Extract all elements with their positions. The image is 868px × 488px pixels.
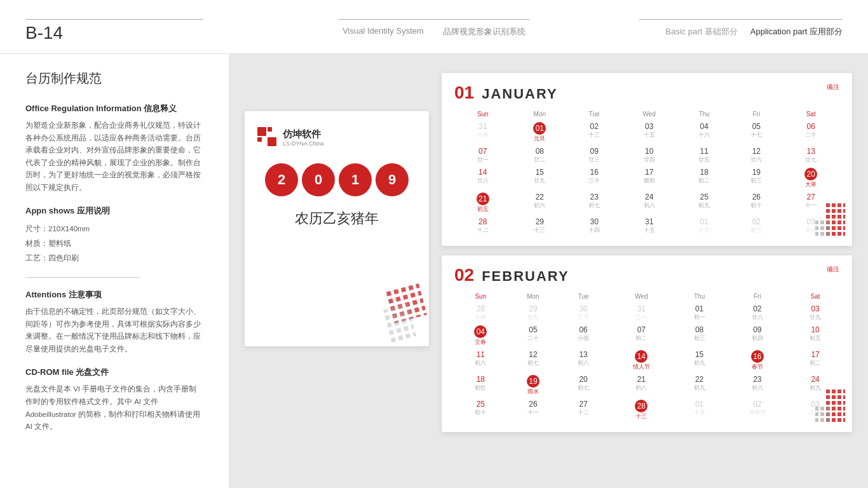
day-lunar: 十三 xyxy=(609,412,674,421)
vis-label: Visual Identity System xyxy=(342,26,424,37)
spec-size: 尺寸：210X140mm xyxy=(25,222,203,236)
col-thu: Thu xyxy=(675,290,724,302)
cover-subtitle: 农历乙亥猪年 xyxy=(257,209,416,228)
table-row: 18初二 xyxy=(678,166,730,191)
spec-craft: 工艺：四色印刷 xyxy=(25,251,203,266)
day-number: 16 xyxy=(751,350,764,363)
col-wed: Wed xyxy=(607,290,675,302)
day-number: 07 xyxy=(609,325,674,334)
day-number: 11 xyxy=(456,350,506,359)
day-number: 26 xyxy=(508,400,559,409)
table-row: 14情人节 xyxy=(607,348,675,373)
day-lunar: 初红 xyxy=(456,384,506,392)
logo-cn: 仿坤软件 xyxy=(283,128,324,140)
day-number: 07 xyxy=(456,147,510,156)
day-number: 22 xyxy=(677,375,722,384)
svg-rect-9 xyxy=(815,219,831,238)
day-number: 15 xyxy=(677,350,722,359)
svg-rect-0 xyxy=(257,127,266,136)
brand-label: 品牌视觉形象识别系统 xyxy=(443,26,526,37)
table-row: 02初三 xyxy=(730,215,782,236)
section3-heading: Attentions 注意事项 xyxy=(25,289,203,301)
jan-corner-decoration xyxy=(803,203,847,241)
table-row: 03十五 xyxy=(620,120,678,145)
day-lunar: 腊初 xyxy=(621,177,677,185)
day-number: 04 xyxy=(679,122,729,131)
col-fri: Fri xyxy=(723,290,791,302)
day-number: 05 xyxy=(731,122,781,131)
day-lunar: 廿七 xyxy=(783,156,838,164)
table-row: 09廿三 xyxy=(568,145,620,166)
table-row: 14廿八 xyxy=(454,166,512,191)
day-number: 01 xyxy=(533,122,546,135)
day-lunar: 初五 xyxy=(456,205,510,214)
day-lunar: 廿四 xyxy=(621,156,677,164)
table-row: 24初八 xyxy=(620,191,678,215)
day-lunar: 十三 xyxy=(569,131,619,139)
day-lunar: 小卅 xyxy=(456,313,506,322)
day-lunar: 十五 xyxy=(621,226,677,234)
day-number: 01 xyxy=(677,304,722,313)
table-row: 19初三 xyxy=(730,166,782,191)
col-sat: Sat xyxy=(782,108,839,120)
day-lunar: 初二 xyxy=(679,177,729,185)
day-number: 31 xyxy=(609,304,674,313)
table-row: 01十六 xyxy=(678,215,730,236)
table-row: 04立春 xyxy=(454,323,507,348)
day-lunar: 小卅 xyxy=(456,131,510,139)
page-title: 台历制作规范 xyxy=(25,70,203,87)
application-part-label: Application part 应用部分 xyxy=(750,26,843,37)
logo-text: 仿坤软件 LS-DYNA China xyxy=(283,128,324,147)
header-right-nav: Basic part 基础部分 Application part 应用部分 xyxy=(665,0,843,54)
table-row: 28十三 xyxy=(607,398,675,423)
day-number: 02 xyxy=(724,400,790,409)
day-number: 27 xyxy=(560,400,606,409)
day-lunar: 二十 xyxy=(783,131,838,139)
day-lunar: 十六 xyxy=(679,226,729,234)
table-row: 16春节 xyxy=(723,348,791,373)
day-lunar: 初九 xyxy=(679,201,729,210)
jan-header: 01 JANUARY 備注 xyxy=(454,83,839,103)
day-number: 06 xyxy=(783,122,838,131)
day-lunar: 三十 xyxy=(560,313,606,322)
day-lunar: 三一 xyxy=(609,313,674,322)
table-row: 21初八 xyxy=(607,373,675,398)
table-row: 07初二 xyxy=(607,323,675,348)
day-number: 14 xyxy=(635,350,648,363)
logo-area: 仿坤软件 LS-DYNA China xyxy=(257,127,416,147)
day-number: 21 xyxy=(609,375,674,384)
day-lunar: 初三 xyxy=(731,177,781,185)
table-row: 25初十 xyxy=(454,398,507,423)
col-mon: Mon xyxy=(507,290,560,302)
day-lunar: 廿八 xyxy=(724,313,790,322)
day-number: 23 xyxy=(569,193,619,201)
top-header: B-14 Visual Identity System 品牌视觉形象识别系统 B… xyxy=(0,0,868,54)
feb-header: 02 FEBRUARY 備注 xyxy=(454,265,839,285)
table-row: 17腊初 xyxy=(620,166,678,191)
day-number: 29 xyxy=(508,304,559,313)
table-row: 11廿五 xyxy=(678,145,730,166)
table-row: 16三十 xyxy=(568,166,620,191)
january-calendar: 01 JANUARY 備注 Sun Mon Tue Wed Thu Fri Sa xyxy=(442,73,852,246)
day-number: 04 xyxy=(474,325,487,338)
day-number: 24 xyxy=(621,193,677,201)
table-row: 09初四 xyxy=(723,323,791,348)
table-row: 15廿九 xyxy=(512,166,569,191)
table-row: 19雨水 xyxy=(507,373,560,398)
table-row: 26十一 xyxy=(507,398,560,423)
svg-rect-2 xyxy=(257,137,262,142)
year-digit-2: 2 xyxy=(265,163,298,196)
col-tue: Tue xyxy=(568,108,620,120)
divider1 xyxy=(25,277,140,278)
day-lunar: 十七 xyxy=(731,131,781,139)
day-number: 31 xyxy=(621,217,677,226)
day-number: 13 xyxy=(783,147,838,156)
svg-rect-13 xyxy=(815,405,831,424)
specs-list: 尺寸：210X140mm 材质：塑料纸 工艺：四色印刷 xyxy=(25,222,203,266)
day-lunar: 初三 xyxy=(731,226,781,234)
year-digit-0: 0 xyxy=(302,163,335,196)
day-number: 05 xyxy=(508,325,559,334)
col-mon: Mon xyxy=(512,108,569,120)
svg-rect-1 xyxy=(268,127,272,132)
jan-note: 備注 xyxy=(827,83,839,92)
